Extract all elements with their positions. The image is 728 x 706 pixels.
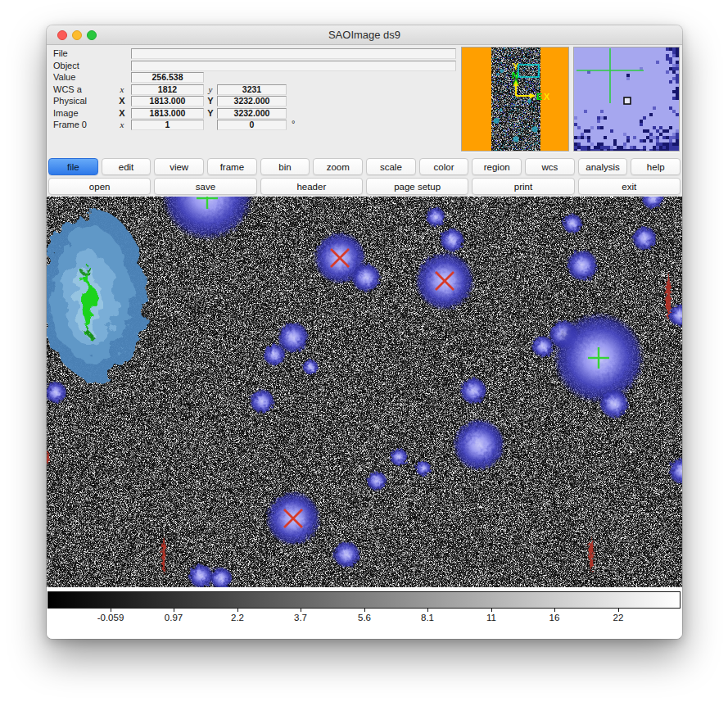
frame-x-field[interactable]: 1 xyxy=(131,120,204,130)
colorbar-label: 3.7 xyxy=(276,613,325,622)
header-button[interactable]: header xyxy=(260,178,363,195)
image-label: Image xyxy=(53,108,79,118)
save-button[interactable]: save xyxy=(154,178,256,195)
panner[interactable]: Y N E X xyxy=(461,47,569,152)
compass-n-label: N xyxy=(512,70,518,80)
file-field[interactable] xyxy=(131,48,456,59)
page-setup-button[interactable]: page setup xyxy=(366,178,468,195)
physical-y-label: Y xyxy=(206,96,215,106)
print-button[interactable]: print xyxy=(472,178,574,195)
file-label: File xyxy=(53,48,68,58)
colorbar-tick xyxy=(174,609,174,612)
colorbar-tick xyxy=(111,609,111,612)
menu-scale[interactable]: scale xyxy=(366,158,416,175)
colorbar-label: -0.059 xyxy=(86,613,135,622)
colorbar-label: 5.6 xyxy=(340,613,389,622)
panner-viewbox[interactable] xyxy=(518,65,539,77)
menu-wcs[interactable]: wcs xyxy=(525,158,575,175)
frame-angle-field[interactable]: 0 xyxy=(217,120,287,130)
wcs-y-field[interactable]: 3231 xyxy=(217,84,287,95)
wcs-x-label: x xyxy=(117,84,127,94)
open-button[interactable]: open xyxy=(48,178,151,195)
degree-symbol: ° xyxy=(292,119,295,129)
ds9-window: SAOImage ds9 File Object Value 256.538 W… xyxy=(47,25,682,639)
magnifier xyxy=(573,47,680,152)
image-y-field[interactable]: 3232.000 xyxy=(217,108,287,119)
object-label: Object xyxy=(53,61,79,70)
panner-compass: Y N E X xyxy=(462,48,568,151)
colorbar-tick xyxy=(554,609,555,612)
menu-zoom[interactable]: zoom xyxy=(313,158,363,175)
colorbar-label: 11 xyxy=(467,613,516,622)
frame-label: Frame 0 xyxy=(53,120,87,129)
image-display[interactable] xyxy=(47,197,682,587)
screen: SAOImage ds9 File Object Value 256.538 W… xyxy=(0,0,728,706)
value-label: Value xyxy=(53,72,75,82)
compass-x-arrowhead xyxy=(530,93,536,99)
wcs-y-label: y xyxy=(206,84,215,94)
menu-bar: file edit view frame bin zoom scale colo… xyxy=(47,158,681,175)
colorbar-tick xyxy=(237,609,238,612)
colorbar-label: 22 xyxy=(594,613,643,622)
colorbar[interactable] xyxy=(47,591,681,609)
colorbar-tick xyxy=(364,609,365,612)
menu-view[interactable]: view xyxy=(154,158,204,175)
value-field[interactable]: 256.538 xyxy=(131,72,204,83)
menu-file[interactable]: file xyxy=(48,158,98,175)
colorbar-tick xyxy=(618,609,619,612)
physical-label: Physical xyxy=(53,96,87,106)
image-canvas[interactable] xyxy=(47,197,682,587)
object-field[interactable] xyxy=(131,61,456,71)
colorbar-label: 16 xyxy=(530,613,579,622)
colorbar-label: 2.2 xyxy=(213,613,262,622)
exit-button[interactable]: exit xyxy=(578,178,681,195)
colorbar-tick xyxy=(491,609,492,612)
physical-y-field[interactable]: 3232.000 xyxy=(217,96,287,106)
magnifier-cursor-box xyxy=(624,97,631,104)
wcs-label: WCS a xyxy=(53,84,82,94)
menu-edit[interactable]: edit xyxy=(102,158,151,175)
compass-e-label: E xyxy=(536,92,542,102)
menu-bin[interactable]: bin xyxy=(260,158,310,175)
physical-x-field[interactable]: 1813.000 xyxy=(131,96,204,106)
colorbar-section: -0.059 0.97 2.2 3.7 5.6 8.1 11 16 22 xyxy=(47,587,682,639)
menu-help[interactable]: help xyxy=(631,158,681,175)
menu-frame[interactable]: frame xyxy=(207,158,257,175)
compass-x-label: X xyxy=(544,92,550,102)
colorbar-label: 8.1 xyxy=(403,613,452,622)
titlebar[interactable]: SAOImage ds9 xyxy=(47,25,682,45)
menu-color[interactable]: color xyxy=(419,158,469,175)
image-y-label: Y xyxy=(206,108,215,118)
physical-x-label: X xyxy=(117,96,127,106)
colorbar-label: 0.97 xyxy=(149,613,198,622)
window-title: SAOImage ds9 xyxy=(47,29,682,41)
menu-region[interactable]: region xyxy=(472,158,522,175)
menu-analysis[interactable]: analysis xyxy=(578,158,628,175)
colorbar-tick xyxy=(427,609,428,612)
image-x-label: X xyxy=(117,108,127,118)
image-x-field[interactable]: 1813.000 xyxy=(131,108,204,119)
magnifier-overlay xyxy=(574,48,679,151)
colorbar-tick xyxy=(301,609,301,612)
file-action-bar: open save header page setup print exit xyxy=(47,178,681,195)
wcs-x-field[interactable]: 1812 xyxy=(131,84,204,95)
frame-x-label: x xyxy=(117,120,127,129)
